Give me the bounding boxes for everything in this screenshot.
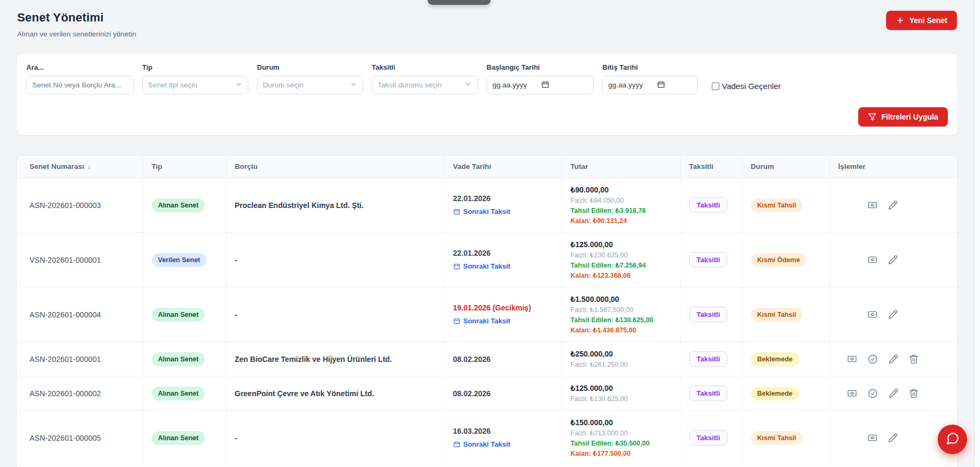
senet-number: ASN-202601-000001 bbox=[30, 355, 101, 364]
payments-button[interactable] bbox=[866, 432, 879, 444]
status-label: Durum bbox=[257, 63, 363, 71]
end-date-input[interactable]: gg.aa.yyyy bbox=[602, 76, 698, 94]
new-senet-button-label: Yeni Senet bbox=[909, 16, 947, 25]
filter-funnel-icon bbox=[868, 113, 876, 121]
column-header-vade[interactable]: Vade Tarihi bbox=[444, 155, 562, 178]
approve-button[interactable] bbox=[866, 387, 879, 400]
delete-button[interactable] bbox=[908, 353, 920, 365]
overdue-checkbox[interactable]: Vadesi Geçenler bbox=[712, 81, 781, 91]
filters-row: Ara... Tip Senet tipi seçin Durum Durum … bbox=[26, 63, 948, 94]
edit-button[interactable] bbox=[887, 308, 899, 321]
edit-button[interactable] bbox=[887, 199, 899, 211]
scrollbar[interactable] bbox=[974, 0, 980, 467]
next-installment-link[interactable]: Sonraki Taksit bbox=[453, 317, 511, 325]
type-select[interactable]: Senet tipi seçin bbox=[142, 76, 248, 94]
column-header-borclu[interactable]: Borçlu bbox=[226, 155, 444, 178]
chat-fab-button[interactable] bbox=[938, 425, 967, 454]
type-badge: Alınan Senet bbox=[152, 352, 205, 366]
apply-filters-button[interactable]: Filtreleri Uygula bbox=[858, 107, 948, 127]
senet-number: VSN-202601-000001 bbox=[30, 256, 101, 264]
status-select[interactable]: Durum seçin bbox=[257, 76, 363, 94]
amount-remaining: Kalan: ₺90.131,24 bbox=[571, 217, 672, 225]
start-date-label: Başlangıç Tarihi bbox=[487, 63, 594, 71]
edit-button[interactable] bbox=[887, 432, 899, 444]
amount-collected: Tahsil Edilen: ₺7.256,94 bbox=[571, 261, 672, 269]
column-header-taksitli[interactable]: Taksitli bbox=[680, 155, 742, 178]
installment-select[interactable]: Taksit durumu seçin bbox=[372, 76, 478, 94]
start-date-value: gg.aa.yyyy bbox=[492, 81, 527, 89]
calendar-picker-icon[interactable] bbox=[541, 80, 549, 90]
payments-button[interactable] bbox=[846, 387, 858, 399]
delete-button[interactable] bbox=[908, 387, 920, 399]
amount-with-interest: Faizli: ₺261.250,00 bbox=[571, 360, 672, 368]
calendar-icon bbox=[453, 263, 460, 270]
status-badge: Kısmi Tahsil bbox=[751, 431, 803, 445]
table-header-row: Senet Numarası↓ Tip Borçlu Vade Tarihi T… bbox=[17, 155, 957, 178]
payments-button[interactable] bbox=[866, 199, 879, 211]
filter-start-date-group: Başlangıç Tarihi gg.aa.yyyy bbox=[487, 63, 594, 94]
amount-with-interest: Faizli: ₺130.625,00 bbox=[571, 395, 672, 403]
row-actions bbox=[838, 432, 949, 444]
search-input[interactable] bbox=[26, 76, 134, 94]
installment-label: Taksitli bbox=[372, 63, 478, 71]
status-select-placeholder: Durum seçin bbox=[263, 81, 304, 89]
top-notch bbox=[428, 0, 491, 5]
calendar-picker-icon[interactable] bbox=[657, 80, 665, 90]
column-header-durum[interactable]: Durum bbox=[742, 155, 829, 178]
type-badge: Alınan Senet bbox=[152, 198, 205, 212]
filter-search-group: Ara... bbox=[26, 63, 134, 94]
amount-main: ₺125.000,00 bbox=[571, 384, 672, 392]
table-row: ASN-202601-000003 Alınan Senet Proclean … bbox=[17, 178, 957, 233]
row-actions bbox=[838, 353, 949, 366]
senet-management-page: Senet Yönetimi Alınan ve verilen senetle… bbox=[0, 0, 980, 467]
installment-badge: Taksitli bbox=[689, 430, 728, 446]
payments-button[interactable] bbox=[846, 353, 858, 365]
filter-card: Ara... Tip Senet tipi seçin Durum Durum … bbox=[16, 53, 958, 136]
installment-badge: Taksitli bbox=[689, 386, 728, 401]
amount-main: ₺150.000,00 bbox=[571, 418, 672, 427]
due-date: 22.01.2026 bbox=[453, 194, 553, 203]
checkbox-icon[interactable] bbox=[712, 83, 719, 90]
plus-icon bbox=[896, 16, 904, 25]
table-row: ASN-202601-000002 Alınan Senet GreenPoin… bbox=[17, 376, 957, 411]
apply-filters-button-label: Filtreleri Uygula bbox=[881, 113, 938, 121]
sort-desc-icon[interactable]: ↓ bbox=[87, 162, 91, 171]
type-badge: Verilen Senet bbox=[152, 253, 207, 267]
row-actions bbox=[838, 308, 949, 321]
amount-remaining: Kalan: ₺177.500,00 bbox=[571, 449, 672, 457]
type-badge: Alınan Senet bbox=[152, 308, 205, 322]
new-senet-button[interactable]: Yeni Senet bbox=[886, 11, 957, 30]
next-installment-link[interactable]: Sonraki Taksit bbox=[453, 440, 511, 448]
senet-number: ASN-202601-000002 bbox=[30, 389, 101, 398]
amount-with-interest: Faizli: ₺213.000,00 bbox=[571, 429, 672, 437]
table-row: ASN-202601-000005 Alınan Senet - 16.03.2… bbox=[17, 411, 957, 465]
filter-status-group: Durum Durum seçin bbox=[257, 63, 363, 94]
edit-button[interactable] bbox=[887, 254, 899, 266]
row-actions bbox=[838, 254, 949, 266]
next-installment-link[interactable]: Sonraki Taksit bbox=[453, 207, 511, 216]
start-date-input[interactable]: gg.aa.yyyy bbox=[487, 76, 594, 94]
edit-button[interactable] bbox=[887, 353, 900, 365]
calendar-icon bbox=[453, 317, 460, 324]
column-header-senet-no[interactable]: Senet Numarası↓ bbox=[17, 155, 143, 178]
payments-button[interactable] bbox=[866, 254, 879, 266]
column-header-tip[interactable]: Tip bbox=[143, 155, 226, 178]
overdue-checkbox-label: Vadesi Geçenler bbox=[722, 81, 781, 91]
table-row: ASN-202601-000001 Alınan Senet Zen BioCa… bbox=[17, 342, 957, 376]
next-installment-link[interactable]: Sonraki Taksit bbox=[453, 262, 511, 270]
payments-button[interactable] bbox=[866, 308, 879, 321]
installment-badge: Taksitli bbox=[689, 307, 728, 322]
column-header-tutar[interactable]: Tutar bbox=[562, 155, 680, 178]
edit-button[interactable] bbox=[887, 387, 900, 399]
senet-number: ASN-202601-000004 bbox=[30, 310, 101, 319]
due-date: 08.02.2026 bbox=[453, 389, 553, 398]
status-badge: Beklemede bbox=[751, 352, 799, 366]
approve-button[interactable] bbox=[866, 353, 879, 366]
amount-main: ₺1.500.000,00 bbox=[571, 295, 672, 303]
status-badge: Kısmi Tahsil bbox=[751, 308, 803, 322]
next-installment-label: Sonraki Taksit bbox=[463, 262, 511, 270]
end-date-label: Bitiş Tarihi bbox=[602, 63, 698, 71]
chat-bubble-icon bbox=[946, 432, 960, 447]
amount-with-interest: Faizli: ₺130.625,00 bbox=[571, 251, 672, 259]
amount-collected: Tahsil Edilen: ₺35.500,00 bbox=[571, 439, 672, 447]
